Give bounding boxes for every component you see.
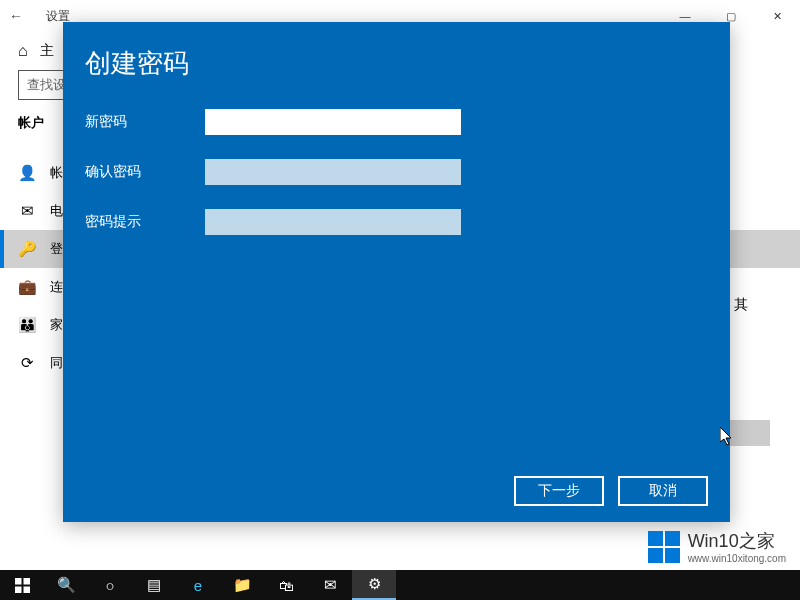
windows-logo-icon — [648, 531, 680, 563]
briefcase-icon: 💼 — [18, 278, 36, 296]
taskbar: 🔍 ○ ▤ e 📁 🛍 ✉ ⚙ — [0, 570, 800, 600]
family-icon: 👪 — [18, 316, 36, 334]
person-icon: 👤 — [18, 164, 36, 182]
search-icon[interactable]: 🔍 — [44, 570, 88, 600]
watermark: Win10之家 www.win10xitong.com — [648, 529, 786, 564]
password-hint-label: 密码提示 — [85, 213, 205, 231]
dialog-title: 创建密码 — [85, 46, 708, 81]
settings-icon[interactable]: ⚙ — [352, 570, 396, 600]
nav-label: 帐 — [50, 164, 63, 182]
field-new-password: 新密码 — [85, 109, 708, 135]
home-label: 主 — [40, 42, 54, 60]
password-hint-input[interactable] — [205, 209, 461, 235]
watermark-title: Win10之家 — [688, 529, 786, 553]
svg-rect-0 — [15, 578, 22, 585]
explorer-icon[interactable]: 📁 — [220, 570, 264, 600]
cortana-icon[interactable]: ○ — [88, 570, 132, 600]
next-button[interactable]: 下一步 — [514, 476, 604, 506]
watermark-url: www.win10xitong.com — [688, 553, 786, 564]
edge-icon[interactable]: e — [176, 570, 220, 600]
mail-icon: ✉ — [18, 202, 36, 220]
key-icon: 🔑 — [18, 240, 36, 258]
new-password-label: 新密码 — [85, 113, 205, 131]
home-icon: ⌂ — [18, 42, 28, 60]
nav-label: 电 — [50, 202, 63, 220]
confirm-password-label: 确认密码 — [85, 163, 205, 181]
back-button[interactable]: ← — [0, 8, 32, 24]
nav-label: 登 — [50, 240, 63, 258]
nav-label: 同 — [50, 354, 63, 372]
cancel-button[interactable]: 取消 — [618, 476, 708, 506]
svg-rect-2 — [15, 586, 22, 593]
svg-rect-3 — [23, 586, 30, 593]
new-password-input[interactable] — [205, 109, 461, 135]
nav-label: 连 — [50, 278, 63, 296]
content-button-fragment — [730, 420, 770, 446]
sync-icon: ⟳ — [18, 354, 36, 372]
field-password-hint: 密码提示 — [85, 209, 708, 235]
close-button[interactable]: ✕ — [754, 0, 800, 32]
create-password-dialog: 创建密码 新密码 确认密码 密码提示 下一步 取消 — [63, 22, 730, 522]
task-view-icon[interactable]: ▤ — [132, 570, 176, 600]
mail-icon[interactable]: ✉ — [308, 570, 352, 600]
content-text-fragment: 其 — [734, 296, 748, 314]
svg-rect-1 — [23, 578, 30, 585]
confirm-password-input[interactable] — [205, 159, 461, 185]
field-confirm-password: 确认密码 — [85, 159, 708, 185]
nav-label: 家 — [50, 316, 63, 334]
start-button[interactable] — [0, 570, 44, 600]
store-icon[interactable]: 🛍 — [264, 570, 308, 600]
